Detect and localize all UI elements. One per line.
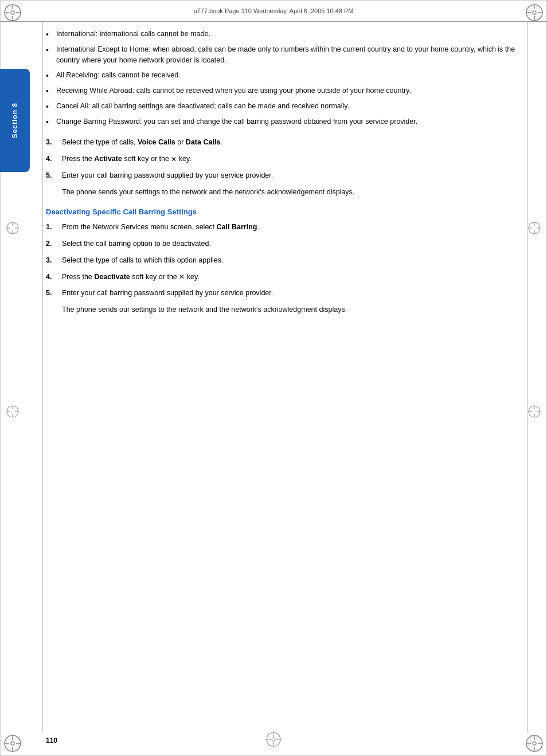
- step-4-before-heading: 4. Press the Activate soft key or the ✕ …: [46, 154, 524, 164]
- section-tab: Section 8: [0, 69, 30, 172]
- call-barring-bold: Call Barring: [217, 223, 257, 231]
- svg-point-9: [533, 11, 536, 14]
- step-note: The phone sends your settings to the net…: [62, 187, 524, 198]
- mid-left-crosshair: [2, 218, 23, 238]
- bullet-list: International: international calls canno…: [46, 29, 524, 127]
- list-item: Cancel All: all call barring settings ar…: [46, 101, 524, 112]
- mid-left-crosshair-2: [2, 401, 23, 422]
- key-icon: ✕: [171, 154, 177, 164]
- step-content: Select the call barring option to be dea…: [62, 238, 524, 249]
- deactivating-step-3: 3. Select the type of calls to which thi…: [46, 255, 524, 266]
- list-item: All Receiving: calls cannot be received.: [46, 70, 524, 81]
- svg-point-25: [533, 742, 536, 745]
- step-content: Enter your call barring password supplie…: [62, 170, 524, 181]
- step-number: 3.: [46, 137, 62, 148]
- list-item: Change Barring Password: you can set and…: [46, 116, 524, 127]
- step-note-deactivating: The phone sends our settings to the netw…: [62, 304, 524, 315]
- list-item: International: international calls canno…: [46, 29, 524, 40]
- step-content: Select the type of calls to which this o…: [62, 255, 524, 266]
- svg-point-53: [272, 738, 275, 741]
- deactivating-step-4: 4. Press the Deactivate soft key or the …: [46, 272, 524, 283]
- step-number: 3.: [46, 255, 62, 266]
- deactivating-step-5: 5. Enter your call barring password supp…: [46, 288, 524, 299]
- step-content: Select the type of calls, Voice Calls or…: [62, 137, 524, 148]
- data-calls-bold: Data Calls: [186, 138, 220, 146]
- page-header: p777.book Page 110 Wednesday, April 6, 2…: [0, 0, 547, 22]
- activate-bold: Activate: [94, 155, 122, 163]
- deactivating-section-heading: Deactivating Specific Call Barring Setti…: [46, 207, 524, 216]
- svg-point-1: [11, 11, 14, 14]
- section-tab-label: Section 8: [11, 103, 19, 138]
- corner-decoration-tl: [2, 2, 23, 23]
- list-item: Receiving While Abroad: calls cannot be …: [46, 85, 524, 96]
- left-margin-line: [42, 22, 43, 733]
- step-number: 4.: [46, 154, 62, 164]
- bottom-center-crosshair: [263, 729, 284, 751]
- svg-point-6: [9, 9, 17, 17]
- step-5-before-heading: 5. Enter your call barring password supp…: [46, 170, 524, 181]
- corner-decoration-tr: [524, 2, 545, 23]
- deactivating-step-2: 2. Select the call barring option to be …: [46, 238, 524, 249]
- step-number: 5.: [46, 288, 62, 299]
- deactivating-step-1: 1. From the Network Services menu screen…: [46, 222, 524, 233]
- step-content: Press the Activate soft key or the ✕ key…: [62, 154, 524, 164]
- deactivate-bold: Deactivate: [94, 273, 130, 281]
- corner-decoration-bl: [2, 733, 23, 754]
- svg-point-17: [11, 742, 14, 745]
- header-text: p777.book Page 110 Wednesday, April 6, 2…: [9, 7, 538, 14]
- step-content: Enter your call barring password supplie…: [62, 288, 524, 299]
- step-number: 1.: [46, 222, 62, 233]
- svg-point-14: [530, 9, 538, 17]
- main-content: International: international calls canno…: [46, 29, 524, 722]
- corner-decoration-br: [524, 733, 545, 754]
- page-number: 110: [46, 737, 57, 745]
- step-content: Press the Deactivate soft key or the ✕ k…: [62, 272, 524, 283]
- step-number: 2.: [46, 238, 62, 249]
- right-margin-line: [527, 22, 528, 733]
- list-item: International Except to Home: when abroa…: [46, 44, 524, 66]
- svg-point-30: [530, 739, 538, 747]
- step-3-before-heading: 3. Select the type of calls, Voice Calls…: [46, 137, 524, 148]
- step-number: 4.: [46, 272, 62, 283]
- key-icon: ✕: [179, 272, 185, 282]
- step-content: From the Network Services menu screen, s…: [62, 222, 524, 233]
- step-number: 5.: [46, 170, 62, 181]
- voice-calls-bold: Voice Calls: [138, 138, 175, 146]
- svg-point-22: [9, 739, 17, 747]
